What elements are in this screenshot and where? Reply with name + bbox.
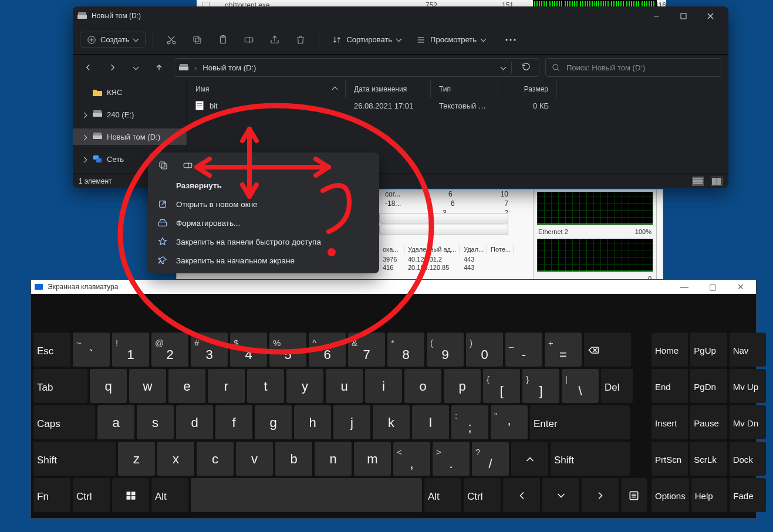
menu-item-pin-start[interactable]: Закрепить на начальном экране [148,251,379,270]
key-caps[interactable]: Caps [33,405,95,439]
breadcrumb-segment[interactable]: Новый том (D:) [202,63,256,72]
key-t[interactable]: t [247,369,284,403]
key-=[interactable]: += [545,333,582,367]
copy-button[interactable] [186,29,208,50]
tree-item-drive-e[interactable]: 240 (E:) [73,106,187,123]
key-q[interactable]: q [90,369,127,403]
delete-button[interactable] [289,29,312,50]
close-button[interactable]: ✕ [729,282,752,292]
key-g[interactable]: g [255,405,292,439]
key-scrlk[interactable]: ScrLk [690,442,727,476]
search-input[interactable]: Поиск: Новый том (D:) [545,58,721,77]
column-size[interactable]: Размер [498,80,557,98]
key-e[interactable]: e [168,369,205,403]
key-pause[interactable]: Pause [690,405,727,439]
key-down[interactable] [542,478,579,512]
key-][interactable]: }] [522,369,559,403]
key-z[interactable]: z [118,442,155,476]
copy-icon[interactable] [157,160,169,171]
key-help[interactable]: Help [691,478,728,512]
minimize-button[interactable]: — [673,282,696,292]
paste-button[interactable] [212,29,234,50]
key-fade[interactable]: Fade [730,478,766,512]
details-view-toggle[interactable] [692,177,704,186]
key-6[interactable]: ^6 [309,333,346,367]
key-h[interactable]: h [294,405,331,439]
cut-button[interactable] [160,29,183,50]
key-3[interactable]: #3 [191,333,228,367]
view-button[interactable]: Просмотреть [410,32,491,48]
key-pgdn[interactable]: PgDn [690,369,727,403]
key-,[interactable]: <, [393,442,430,476]
new-button[interactable]: Создать [80,32,146,48]
key-2[interactable]: @2 [151,333,188,367]
recent-button[interactable] [127,59,144,76]
key-j[interactable]: j [333,405,370,439]
key-prtscn[interactable]: PrtScn [652,442,688,476]
key-p[interactable]: p [444,369,481,403]
key-r[interactable]: r [208,369,245,403]
back-button[interactable] [80,59,97,76]
key-alt[interactable]: Alt [424,478,461,512]
minimize-button[interactable] [643,6,670,25]
key-mvup[interactable]: Mv Up [730,369,766,403]
rename-button[interactable] [238,29,260,50]
menu-item-expand[interactable]: Развернуть [148,176,379,195]
key-;[interactable]: :; [451,405,488,439]
menu-item-pin-quick-access[interactable]: Закрепить на панели быстрого доступа [148,232,379,251]
maximize-button[interactable] [670,6,697,25]
key-.[interactable]: >. [433,442,470,476]
thumbnails-view-toggle[interactable] [711,177,723,186]
key-tab[interactable]: Tab [33,369,87,403]
maximize-button[interactable]: ▢ [701,282,724,292]
key-fn[interactable]: Fn [33,478,70,512]
address-bar[interactable]: › Новый том (D:) [174,58,539,77]
key-bksp[interactable] [584,333,631,367]
key-u[interactable]: u [326,369,363,403]
forward-button[interactable] [103,59,121,76]
column-date[interactable]: Дата изменения [346,80,431,98]
refresh-button[interactable] [518,62,534,73]
key-nav[interactable]: Nav [730,333,766,367]
key-alt[interactable]: Alt [151,478,188,512]
rename-icon[interactable] [182,160,194,171]
key-a[interactable]: a [97,405,134,439]
key-i[interactable]: i [365,369,402,403]
key-enter[interactable]: Enter [530,405,630,439]
key-options[interactable]: Options [652,478,689,512]
key-0[interactable]: )0 [466,333,503,367]
key-del[interactable]: Del [601,369,633,403]
key-'[interactable]: "' [491,405,528,439]
key-l[interactable]: l [412,405,449,439]
tree-item-folder[interactable]: КЯС [73,84,187,100]
key-n[interactable]: n [315,442,352,476]
key-9[interactable]: (9 [427,333,464,367]
key-left[interactable] [503,478,540,512]
up-button[interactable] [150,59,168,76]
key-w[interactable]: w [129,369,166,403]
key-b[interactable]: b [275,442,312,476]
key-[[interactable]: {[ [483,369,520,403]
key-win[interactable] [112,478,149,512]
key-\[interactable]: |\ [562,369,599,403]
key-x[interactable]: x [157,442,194,476]
key-`[interactable]: ~` [73,333,110,367]
key-4[interactable]: $4 [230,333,267,367]
key-s[interactable]: s [137,405,174,439]
key-mvdn[interactable]: Mv Dn [730,405,766,439]
key-o[interactable]: o [404,369,441,403]
key-ctrl[interactable]: Ctrl [464,478,501,512]
tree-item-drive-d[interactable]: Новый том (D:) [73,128,187,145]
address-history-icon[interactable] [501,63,505,72]
key-home[interactable]: Home [652,333,688,367]
share-button[interactable] [264,29,286,50]
key-up[interactable] [511,442,548,476]
key-m[interactable]: m [354,442,391,476]
key-shift[interactable]: Shift [33,442,116,476]
key-f[interactable]: f [215,405,252,439]
key-shift[interactable]: Shift [551,442,630,476]
key-space[interactable] [191,478,422,512]
key-5[interactable]: %5 [269,333,306,367]
column-name[interactable]: Имя [187,80,346,98]
key-pgup[interactable]: PgUp [690,333,727,367]
